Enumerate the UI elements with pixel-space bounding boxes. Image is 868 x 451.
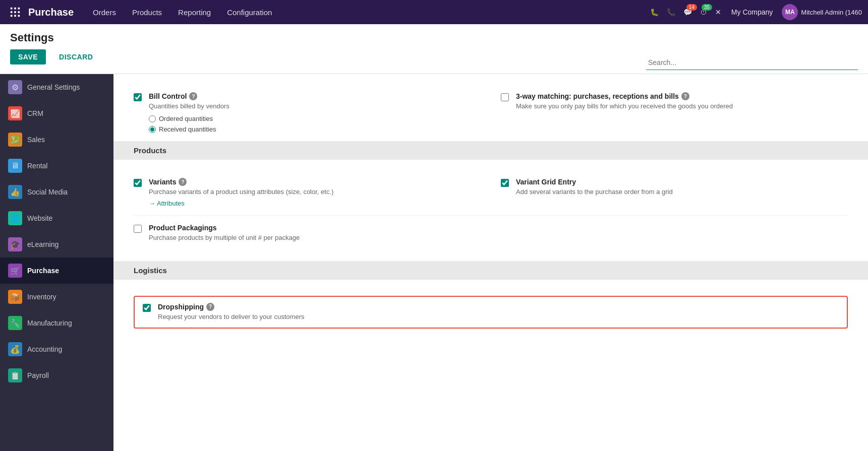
sidebar-item-payroll[interactable]: 📋 Payroll	[0, 362, 113, 389]
sidebar-label-accounting: Accounting	[27, 345, 62, 353]
bill-control-label: Bill Control ?	[149, 92, 229, 100]
nav-reporting[interactable]: Reporting	[171, 5, 218, 20]
attributes-link[interactable]: → Attributes	[149, 200, 185, 207]
sidebar-item-social-media[interactable]: 👍 Social Media	[0, 179, 113, 205]
logistics-settings-section: Dropshipping ? Request your vendors to d…	[113, 280, 868, 345]
nav-orders[interactable]: Orders	[86, 5, 123, 20]
discard-button[interactable]: DISCARD	[51, 49, 101, 65]
svg-rect-8	[18, 15, 20, 17]
variant-grid-entry-checkbox[interactable]	[501, 179, 509, 187]
received-quantities-label: Received quantities	[159, 125, 216, 133]
bill-control-description: Quantities billed by vendors	[149, 102, 229, 111]
accounting-icon: 💰	[8, 342, 22, 356]
elearning-icon: 🎓	[8, 237, 22, 251]
three-way-matching-checkbox[interactable]	[501, 93, 509, 101]
inventory-icon: 📦	[8, 290, 22, 304]
bill-control-section: Bill Control ? Quantities billed by vend…	[113, 74, 868, 141]
sidebar-item-accounting[interactable]: 💰 Accounting	[0, 336, 113, 362]
ordered-quantities-option[interactable]: Ordered quantities	[149, 115, 229, 122]
sidebar-item-general-settings[interactable]: ⚙ General Settings	[0, 74, 113, 100]
timer-icon[interactable]: ⏱ 35	[698, 6, 709, 18]
company-name: My Company	[731, 8, 773, 16]
search-input[interactable]	[646, 55, 858, 70]
svg-rect-0	[11, 8, 13, 10]
variants-checkbox-wrap	[134, 178, 142, 188]
variant-grid-entry-col: Variant Grid Entry Add several variants …	[501, 178, 848, 207]
settings-content: Bill Control ? Quantities billed by vend…	[113, 74, 868, 451]
variants-row: Variants ? Purchase variants of a produc…	[134, 170, 848, 216]
page-header: Settings SAVE DISCARD	[0, 24, 868, 74]
dropshipping-help-icon[interactable]: ?	[206, 303, 214, 311]
svg-rect-2	[18, 8, 20, 10]
sidebar-item-manufacturing[interactable]: 🔧 Manufacturing	[0, 310, 113, 336]
variants-help-icon[interactable]: ?	[179, 178, 187, 186]
dropshipping-description: Request your vendors to deliver to your …	[158, 312, 304, 321]
sidebar-label-payroll: Payroll	[27, 371, 49, 379]
crm-icon: 📈	[8, 106, 22, 120]
chat-icon[interactable]: 💬 14	[681, 6, 694, 18]
sidebar-item-crm[interactable]: 📈 CRM	[0, 100, 113, 126]
three-way-matching-text: 3-way matching: purchases, receptions an…	[516, 92, 733, 111]
user-menu[interactable]: MA Mitchell Admin (1460	[782, 4, 862, 20]
dropshipping-checkbox[interactable]	[143, 304, 151, 312]
top-nav-icons: 🐛 📞 💬 14 ⏱ 35 ✕ My Company MA Mitchell A…	[648, 4, 862, 20]
sidebar-item-elearning[interactable]: 🎓 eLearning	[0, 231, 113, 257]
chat-badge: 14	[686, 4, 697, 11]
received-quantities-radio[interactable]	[149, 126, 156, 133]
products-settings-section: Variants ? Purchase variants of a produc…	[113, 160, 868, 261]
timer-badge: 35	[702, 4, 712, 11]
app-brand: Purchase	[28, 7, 74, 18]
rental-icon: 🖥	[8, 159, 22, 173]
sidebar-item-sales[interactable]: 💹 Sales	[0, 126, 113, 153]
sidebar-label-inventory: Inventory	[27, 293, 56, 301]
save-button[interactable]: SAVE	[10, 49, 46, 65]
user-avatar: MA	[782, 4, 798, 20]
sidebar-item-website[interactable]: 🌐 Website	[0, 205, 113, 231]
nav-configuration[interactable]: Configuration	[220, 5, 279, 20]
close-icon[interactable]: ✕	[713, 6, 723, 18]
received-quantities-option[interactable]: Received quantities	[149, 125, 229, 133]
apps-menu-button[interactable]	[6, 3, 24, 21]
sidebar-label-website: Website	[27, 214, 52, 222]
social-media-icon: 👍	[8, 185, 22, 199]
variant-grid-entry-checkbox-wrap	[501, 178, 509, 188]
variant-grid-entry-text: Variant Grid Entry Add several variants …	[516, 178, 673, 197]
bill-control-col: Bill Control ? Quantities billed by vend…	[134, 92, 481, 133]
variants-text: Variants ? Purchase variants of a produc…	[149, 178, 333, 207]
product-packagings-checkbox[interactable]	[134, 225, 142, 233]
bill-control-row: Bill Control ? Quantities billed by vend…	[134, 84, 848, 141]
three-way-matching-help-icon[interactable]: ?	[681, 92, 689, 100]
bill-control-radio-group: Ordered quantities Received quantities	[149, 115, 229, 133]
purchase-icon: 🛒	[8, 264, 22, 278]
three-way-matching-checkbox-wrap	[501, 92, 509, 103]
product-packagings-row: Product Packagings Purchase products by …	[134, 216, 848, 250]
sidebar-label-elearning: eLearning	[27, 240, 59, 248]
top-nav-menu: Orders Products Reporting Configuration	[86, 5, 648, 20]
main-layout: ⚙ General Settings 📈 CRM 💹 Sales 🖥 Renta…	[0, 74, 868, 451]
variants-label: Variants ?	[149, 178, 333, 186]
product-packagings-checkbox-wrap	[134, 224, 142, 234]
variant-grid-entry-description: Add several variants to the purchase ord…	[516, 187, 673, 197]
ordered-quantities-radio[interactable]	[149, 115, 156, 122]
svg-rect-7	[14, 15, 16, 17]
sidebar-item-rental[interactable]: 🖥 Rental	[0, 153, 113, 179]
variants-checkbox[interactable]	[134, 179, 142, 187]
svg-rect-5	[18, 11, 20, 13]
three-way-matching-label: 3-way matching: purchases, receptions an…	[516, 92, 733, 100]
svg-rect-6	[11, 15, 13, 17]
manufacturing-icon: 🔧	[8, 316, 22, 330]
phone-icon[interactable]: 📞	[665, 6, 677, 18]
sidebar-label-social-media: Social Media	[27, 188, 68, 196]
sidebar-label-manufacturing: Manufacturing	[27, 319, 72, 327]
website-icon: 🌐	[8, 211, 22, 225]
sidebar-label-general-settings: General Settings	[27, 83, 80, 91]
bill-control-checkbox[interactable]	[134, 93, 142, 101]
nav-products[interactable]: Products	[125, 5, 169, 20]
sidebar-item-inventory[interactable]: 📦 Inventory	[0, 284, 113, 310]
sidebar: ⚙ General Settings 📈 CRM 💹 Sales 🖥 Renta…	[0, 74, 113, 451]
logistics-section-divider: Logistics	[113, 261, 868, 280]
bill-control-help-icon[interactable]: ?	[189, 92, 197, 100]
bug-icon[interactable]: 🐛	[648, 6, 661, 18]
sidebar-item-purchase[interactable]: 🛒 Purchase	[0, 257, 113, 284]
search-container	[646, 55, 858, 70]
